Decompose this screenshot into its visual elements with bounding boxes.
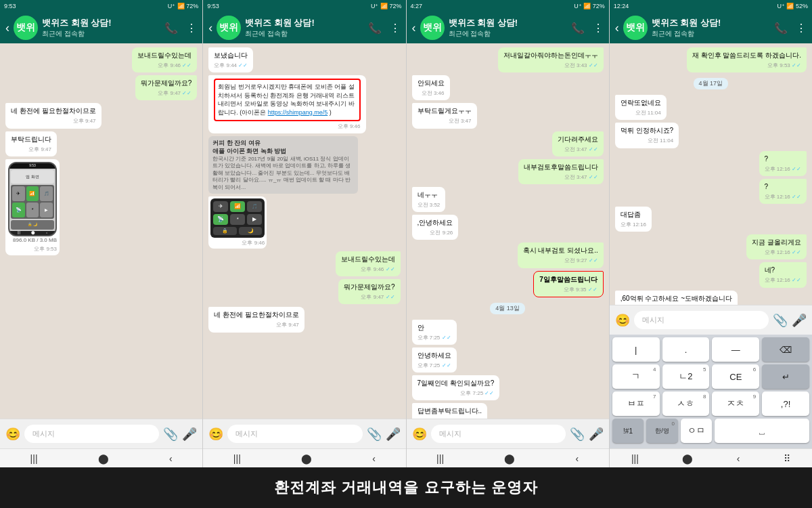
nav-menu-3[interactable]: ||| xyxy=(436,453,444,464)
attach-icon-4[interactable]: 📎 xyxy=(773,313,788,328)
phone-mock: 9:53 앱 화면 ✈ 📶 🎵 📡 * ▶ xyxy=(8,162,57,236)
msg-row: 재 확인후 말씀드리도록 하겠습니다. 오후 9:53 ✓✓ xyxy=(615,47,807,72)
bubble: 7일후말씀드립니다 오후 9:35 ✓✓ xyxy=(533,271,604,297)
bubble-time: 오전 9:26 xyxy=(418,229,453,236)
nav-menu-2[interactable]: ||| xyxy=(233,453,241,464)
menu-icon-3[interactable]: ⋮ xyxy=(593,22,604,35)
nav-bar-3: ||| ⬤ ‹ xyxy=(407,448,609,467)
bubble: 9:53 앱 화면 ✈ 📶 🎵 📡 * ▶ xyxy=(5,159,60,255)
kb-key-om[interactable]: ㅇㅁ xyxy=(681,419,713,443)
panel-2: 9:53 U⁺ 📶 72% ‹ 뱃위 뱃위즈 회원 상담! 최근에 접속함 📞 … xyxy=(203,0,406,467)
bubble: 네ㅜㅜ 오전 3:52 xyxy=(412,187,446,212)
nav-back-4[interactable]: ‹ xyxy=(737,453,740,464)
mic-icon-2[interactable]: 🎤 xyxy=(386,427,401,442)
emoji-icon-1[interactable]: 😊 xyxy=(5,427,20,442)
input-bar-3: 😊 메시지 📎 🎤 xyxy=(407,419,609,448)
panel-1: 9:53 U⁺ 📶 72% ‹ 뱃위 뱃위즈 회원 상담! 최근에 접속함 📞 … xyxy=(0,0,203,467)
bubble-time: 오후 9:53 ✓✓ xyxy=(692,62,801,69)
back-button-3[interactable]: ‹ xyxy=(412,21,416,35)
kb-key-enter[interactable]: ↵ xyxy=(762,364,809,389)
status-icons-1: U⁺ 📶 72% xyxy=(168,3,199,9)
chat-body-1: 보내드릴수있는데 오후 9:46 ✓✓ 뭐가문제일까요? 오후 9:47 ✓✓ … xyxy=(0,43,202,419)
bubble: 보냈습니다 오후 9:44 ✓✓ xyxy=(208,47,253,72)
attach-icon-2[interactable]: 📎 xyxy=(367,427,382,442)
bubble-time: 오후 12:16 xyxy=(621,221,646,228)
nav-home-3[interactable]: ⬤ xyxy=(504,453,515,464)
kb-key-lang[interactable]: 0 한/영 xyxy=(646,419,678,443)
kb-key-n[interactable]: 5 ㄴ2 xyxy=(662,364,710,389)
back-button-2[interactable]: ‹ xyxy=(208,21,212,35)
note-title: 커피 한 잔의 여유 xyxy=(212,139,354,148)
header-actions-3: 📞 ⋮ xyxy=(571,22,604,35)
screenshot-mock: ✈ 📶 🎵 📡 * ▶ 🔒 🌙 xyxy=(210,198,265,238)
kb-key-space[interactable]: ⎵ xyxy=(715,419,809,443)
message-input-3[interactable]: 메시지 xyxy=(431,425,566,443)
main-container: 9:53 U⁺ 📶 72% ‹ 뱃위 뱃위즈 회원 상담! 최근에 접속함 📞 … xyxy=(0,0,812,508)
msg-row: 뭐가문제일까요? 오후 9:47 ✓✓ xyxy=(208,279,400,304)
back-button-1[interactable]: ‹ xyxy=(5,21,9,35)
msg-row: 먹튀 인정하시죠? 오전 11:04 xyxy=(615,123,807,148)
header-name-1: 뱃위즈 회원 상담! xyxy=(42,17,160,29)
note-body: 한국시간 기준 2017년 9월 20일 새벽, iOS11 정식 업데이트가 … xyxy=(212,156,354,191)
call-icon-3[interactable]: 📞 xyxy=(571,22,585,35)
nav-menu-4[interactable]: ||| xyxy=(631,453,639,464)
msg-row: 내부검토후말씀드립니다 오전 3:47 ✓✓ xyxy=(412,159,604,184)
attach-icon-1[interactable]: 📎 xyxy=(163,427,178,442)
kb-key-dash[interactable]: — xyxy=(712,337,759,362)
bubble-time: 오전 9:27 ✓✓ xyxy=(523,257,598,264)
status-bar-1: 9:53 U⁺ 📶 72% xyxy=(0,0,202,12)
menu-icon-2[interactable]: ⋮ xyxy=(390,22,401,35)
nav-menu-1[interactable]: ||| xyxy=(30,453,38,464)
nav-home-1[interactable]: ⬤ xyxy=(98,453,109,464)
kb-key-delete[interactable]: ⌫ xyxy=(762,337,809,362)
call-icon-4[interactable]: 📞 xyxy=(774,22,788,35)
kb-key-num[interactable]: !#1 xyxy=(612,419,644,443)
emoji-icon-4[interactable]: 😊 xyxy=(615,313,630,328)
status-time-1: 9:53 xyxy=(4,3,16,9)
bubble: 답변좀부탁드립니다.. 오후 7:52 ✓✓ xyxy=(412,403,488,419)
emoji-icon-2[interactable]: 😊 xyxy=(208,427,223,442)
kb-key-bp[interactable]: 7 ㅂㅍ xyxy=(612,391,660,416)
nav-grid-4[interactable]: ⠿ xyxy=(784,453,790,464)
emoji-icon-3[interactable]: 😊 xyxy=(412,427,427,442)
bubble-time: 오후 9:53 xyxy=(8,245,57,253)
highlight-box: 회원님 번거로우시겠지만 휴대폰에 모비존 어플 설치하셔서 등록하신 환전계좌… xyxy=(214,79,360,121)
mic-icon-4[interactable]: 🎤 xyxy=(792,313,807,328)
nav-home-4[interactable]: ⬤ xyxy=(682,453,693,464)
kb-key-sh[interactable]: 8 ㅅㅎ xyxy=(662,391,710,416)
nav-home-2[interactable]: ⬤ xyxy=(301,453,312,464)
kb-key-comma[interactable]: ,?! xyxy=(762,391,809,416)
menu-icon-1[interactable]: ⋮ xyxy=(186,22,197,35)
call-icon-2[interactable]: 📞 xyxy=(368,22,382,35)
msg-text: 지금 글올리게요 xyxy=(752,238,801,246)
nav-back-2[interactable]: ‹ xyxy=(372,453,376,464)
mic-icon-1[interactable]: 🎤 xyxy=(182,427,197,442)
kb-key-pipe[interactable]: | xyxy=(612,337,660,362)
msg-row: 안되세요 오전 3:46 xyxy=(412,75,604,100)
menu-icon-4[interactable]: ⋮ xyxy=(796,22,807,35)
kb-key-dot[interactable]: . xyxy=(662,337,710,362)
nav-back-3[interactable]: ‹ xyxy=(575,453,579,464)
back-button-4[interactable]: ‹ xyxy=(615,21,619,35)
input-bar-2: 😊 메시지 📎 🎤 xyxy=(203,419,405,448)
input-bar-4: 😊 메시지 📎 🎤 xyxy=(610,305,812,335)
link[interactable]: https://shimpang.me/5 xyxy=(268,109,328,116)
status-bar-2: 9:53 U⁺ 📶 72% xyxy=(203,0,405,12)
bubble-time: 오전 3:47 ✓✓ xyxy=(558,146,598,153)
kb-key-jc[interactable]: 9 ㅈㅊ xyxy=(712,391,759,416)
kb-key-g[interactable]: 4 ㄱ xyxy=(612,364,660,389)
attach-icon-3[interactable]: 📎 xyxy=(570,427,585,442)
msg-text: 내부검토후말씀드립니다 xyxy=(524,163,598,171)
control-center: ✈ 📶 🎵 📡 * ▶ xyxy=(11,185,54,219)
mic-icon-3[interactable]: 🎤 xyxy=(589,427,604,442)
call-icon-1[interactable]: 📞 xyxy=(164,22,178,35)
nav-back-1[interactable]: ‹ xyxy=(169,453,173,464)
message-input-4[interactable]: 메시지 xyxy=(634,311,769,329)
msg-row: 연락또없네요 오전 11:04 xyxy=(615,95,807,120)
msg-row: 대답좀 오후 12:16 xyxy=(615,207,807,232)
kb-key-ce[interactable]: 6 CE xyxy=(712,364,759,389)
message-input-2[interactable]: 메시지 xyxy=(227,425,362,443)
msg-row: ✈ 📶 🎵 📡 * ▶ 🔒 🌙 xyxy=(208,196,400,249)
message-input-1[interactable]: 메시지 xyxy=(24,425,159,443)
msg-text: 안녕하세요 xyxy=(418,352,451,359)
